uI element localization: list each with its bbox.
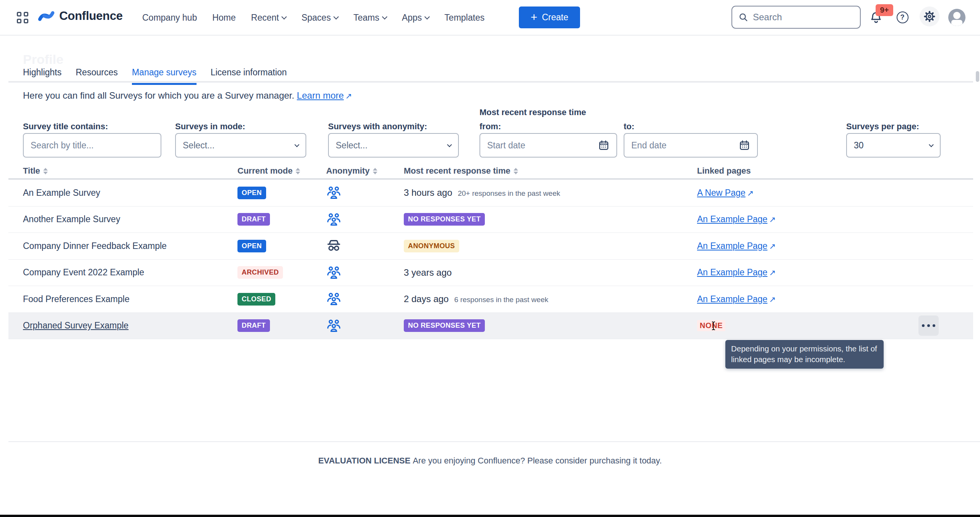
status-badge: CLOSED <box>237 293 275 306</box>
nav-item-spaces[interactable]: Spaces <box>301 13 338 23</box>
app-switcher-icon[interactable] <box>17 12 30 25</box>
anonymity-select[interactable]: Select... <box>328 133 459 158</box>
response-cell: NO RESPONSES YET <box>404 319 697 332</box>
user-avatar[interactable] <box>948 9 965 26</box>
calendar-icon[interactable] <box>739 140 750 151</box>
survey-title[interactable]: Company Event 2022 Example <box>8 267 237 278</box>
external-link-icon: ↗ <box>769 242 776 250</box>
avatar-body <box>951 20 962 26</box>
survey-title[interactable]: Another Example Survey <box>8 214 237 224</box>
table-row-hovered: Orphaned Survey Example DRAFT NO RESPONS… <box>8 313 973 340</box>
external-link-icon: ↗ <box>345 91 352 100</box>
linked-page-link[interactable]: An Example Page <box>697 241 767 251</box>
confluence-logo[interactable]: Confluence <box>36 7 123 25</box>
people-group-icon <box>326 318 341 333</box>
license-footer-text: Are you enjoying Confluence? Please cons… <box>413 456 661 465</box>
sort-icon[interactable] <box>373 168 377 174</box>
gear-icon <box>923 10 936 23</box>
sort-icon[interactable] <box>514 168 518 174</box>
external-link-icon: ↗ <box>769 268 776 277</box>
search-input[interactable] <box>753 12 854 23</box>
mode-cell: DRAFT <box>237 213 326 226</box>
calendar-icon[interactable] <box>598 140 609 151</box>
anonymity-cell <box>326 238 404 254</box>
help-button[interactable]: ? <box>894 8 911 26</box>
linked-page-link[interactable]: An Example Page <box>697 267 767 277</box>
chevron-down-icon <box>424 14 430 20</box>
mode-cell: DRAFT <box>237 319 326 332</box>
nav-item-company-hub[interactable]: Company hub <box>142 13 197 23</box>
nav-item-apps[interactable]: Apps <box>402 13 429 23</box>
filter-from-label: from: <box>479 122 501 132</box>
status-badge: OPEN <box>237 240 266 252</box>
survey-title[interactable]: Food Preferences Example <box>8 294 237 304</box>
settings-button[interactable] <box>920 7 939 26</box>
scrollbar-thumb[interactable] <box>976 71 979 82</box>
filter-mode-label: Surveys in mode: <box>175 122 245 132</box>
response-cell: 3 years ago <box>404 267 697 278</box>
anonymity-cell <box>326 265 404 280</box>
column-header-linked-pages: Linked pages <box>697 166 899 176</box>
filter-to-label: to: <box>624 122 634 132</box>
table-row: Another Example Survey DRAFT NO RESPONSE… <box>8 206 973 233</box>
external-link-icon: ↗ <box>769 295 776 304</box>
tab-license-information[interactable]: License information <box>211 67 287 85</box>
survey-title[interactable]: Orphaned Survey Example <box>8 320 237 331</box>
none-badge: NONE <box>697 320 725 331</box>
external-link-icon: ↗ <box>769 215 776 224</box>
title-filter-input[interactable] <box>31 140 154 151</box>
appgrid-square <box>24 12 28 16</box>
anonymous-badge: ANONYMOUS <box>404 240 459 252</box>
tab-highlights[interactable]: Highlights <box>23 67 62 85</box>
linked-page-link[interactable]: A New Page <box>697 188 746 198</box>
confluence-logo-icon <box>36 7 56 25</box>
learn-more-link[interactable]: Learn more <box>297 90 344 101</box>
table-row: Company Event 2022 Example ARCHIVED 3 ye… <box>8 260 973 286</box>
mode-cell: OPEN <box>237 187 326 199</box>
column-header-title[interactable]: Title <box>8 166 237 176</box>
to-date-input[interactable] <box>631 140 739 151</box>
response-cell: 3 hours ago 20+ responses in the past we… <box>404 187 697 198</box>
sort-icon[interactable] <box>296 168 300 174</box>
nav-item-recent[interactable]: Recent <box>251 13 286 23</box>
tab-bar: Highlights Resources Manage surveys Lice… <box>23 67 287 85</box>
column-header-response-time[interactable]: Most recent response time <box>404 166 697 176</box>
survey-title[interactable]: Company Dinner Feedback Example <box>8 241 237 251</box>
mode-select[interactable]: Select... <box>175 133 306 158</box>
filter-title-label: Survey title contains: <box>23 122 108 132</box>
tab-resources[interactable]: Resources <box>76 67 118 85</box>
no-responses-badge: NO RESPONSES YET <box>404 319 485 332</box>
survey-title[interactable]: An Example Survey <box>8 188 237 198</box>
from-date-input[interactable] <box>487 140 598 151</box>
linked-page-link[interactable]: An Example Page <box>697 294 767 304</box>
per-page-label: Surveys per page: <box>846 122 919 132</box>
nav-item-teams[interactable]: Teams <box>353 13 387 23</box>
chevron-down-icon <box>333 14 339 20</box>
page-title: Profile <box>23 52 63 67</box>
column-header-anonymity[interactable]: Anonymity <box>326 166 404 176</box>
table-row: An Example Survey OPEN 3 hours ago 20+ r… <box>8 180 973 206</box>
response-cell: 2 days ago 6 responses in the past week <box>404 294 697 304</box>
from-date-field <box>479 133 617 158</box>
create-button[interactable]: + Create <box>519 7 580 28</box>
nav-item-home[interactable]: Home <box>212 13 236 23</box>
nav-item-templates[interactable]: Templates <box>444 13 484 23</box>
linked-page-link[interactable]: An Example Page <box>697 214 767 224</box>
external-link-icon: ↗ <box>747 189 754 197</box>
incognito-icon <box>326 238 341 254</box>
chevron-down-icon <box>294 142 299 147</box>
people-group-icon <box>326 185 341 200</box>
response-cell: ANONYMOUS <box>404 240 697 252</box>
mode-cell: OPEN <box>237 240 326 252</box>
tab-manage-surveys[interactable]: Manage surveys <box>132 67 197 85</box>
survey-table: An Example Survey OPEN 3 hours ago 20+ r… <box>8 180 973 339</box>
tooltip: Depending on your permissions, the list … <box>725 340 884 369</box>
license-footer-bold: EVALUATION LICENSE <box>318 456 410 465</box>
row-actions-button[interactable] <box>918 315 939 336</box>
column-header-current-mode[interactable]: Current mode <box>237 166 326 176</box>
notification-count-badge[interactable]: 9+ <box>876 4 893 16</box>
no-responses-badge: NO RESPONSES YET <box>404 213 485 226</box>
per-page-select[interactable]: 30 <box>846 133 941 158</box>
table-row: Company Dinner Feedback Example OPEN ANO… <box>8 233 973 260</box>
sort-icon[interactable] <box>43 168 48 174</box>
